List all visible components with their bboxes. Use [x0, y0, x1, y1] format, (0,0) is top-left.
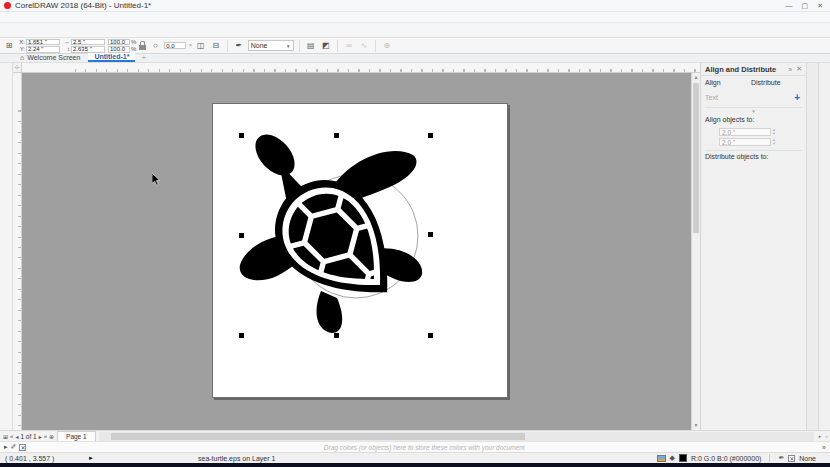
- cursor-coordinates: ( 0.401 , 3.557 ): [0, 455, 88, 462]
- selection-handle-middle-right[interactable]: [428, 232, 433, 237]
- selection-handle-bottom-center[interactable]: [334, 333, 339, 338]
- width-icon: ↔: [63, 39, 70, 45]
- degree-label: °: [189, 43, 191, 49]
- outline-width-icon: ✒: [233, 40, 245, 52]
- page-sorter-icon[interactable]: ⊞: [3, 433, 8, 440]
- object-y-field[interactable]: [26, 46, 60, 53]
- percent-label: %: [131, 46, 136, 52]
- selection-handle-bottom-left[interactable]: [239, 333, 244, 338]
- palette-more-icon[interactable]: »: [822, 444, 826, 451]
- tab-label: Welcome Screen: [27, 54, 80, 61]
- fill-bucket-icon[interactable]: ◆: [670, 454, 675, 462]
- scroll-down-icon[interactable]: ▼: [692, 421, 700, 430]
- percent-label: %: [131, 39, 136, 45]
- spinner-icons[interactable]: ▲▼: [772, 138, 776, 146]
- selection-handle-top-center[interactable]: [334, 133, 339, 138]
- align-distribute-docker: Align and Distribute » ✕ Align Distribut…: [700, 63, 806, 430]
- join-curves-button[interactable]: ∞: [343, 40, 355, 52]
- scale-y-field[interactable]: [108, 46, 130, 53]
- selection-handle-top-right[interactable]: [428, 133, 433, 138]
- horizontal-ruler[interactable]: ⊹: [13, 63, 700, 73]
- scroll-up-icon[interactable]: ▲: [692, 73, 700, 82]
- separator: [227, 40, 228, 52]
- customize-property-bar-button[interactable]: ⊕: [381, 40, 393, 52]
- close-button[interactable]: ✕: [817, 2, 823, 10]
- taskbar-edge: [0, 463, 830, 467]
- window-controls: — ▢ ✕: [786, 2, 827, 10]
- chevron-down-icon: ▼: [286, 43, 291, 49]
- minimize-button[interactable]: —: [786, 2, 793, 10]
- vertical-scrollbar[interactable]: ▲ ▼: [691, 73, 700, 430]
- tab-untitled-1[interactable]: Untitled-1*: [88, 53, 135, 62]
- add-page-icon[interactable]: ⊕: [49, 433, 54, 440]
- canvas-body: ▲ ▼: [13, 73, 700, 430]
- wrap-text-button[interactable]: ▤: [305, 40, 317, 52]
- cursor-tool-icon: ►: [88, 455, 198, 461]
- outline-pen-icon[interactable]: ✒: [778, 454, 784, 462]
- vertical-ruler[interactable]: [13, 73, 22, 430]
- convert-to-curves-button[interactable]: ◩: [320, 40, 332, 52]
- document-page[interactable]: [212, 103, 508, 398]
- object-height-field[interactable]: [71, 46, 105, 53]
- docker-close-icon[interactable]: ✕: [792, 65, 802, 73]
- drag-colors-hint: Drag colors (or objects) here to store t…: [29, 444, 819, 451]
- previous-page-icon[interactable]: ◂: [15, 433, 18, 440]
- selection-handle-top-left[interactable]: [239, 133, 244, 138]
- align-offset-y-field[interactable]: [719, 138, 771, 146]
- x-label: X:: [18, 39, 25, 45]
- no-color-swatch[interactable]: ✕: [19, 444, 26, 451]
- eyedropper-icon[interactable]: ✐: [11, 443, 17, 451]
- object-x-field[interactable]: [26, 39, 60, 46]
- object-width-field[interactable]: [71, 39, 105, 46]
- align-offset-x-field[interactable]: [719, 128, 771, 136]
- text-align-row: Text +: [705, 92, 802, 103]
- lock-ratio-icon[interactable]: [139, 45, 146, 50]
- outline-width-value: None: [251, 42, 268, 49]
- separator: [337, 40, 338, 52]
- mirror-horizontal-button[interactable]: ◫: [195, 40, 207, 52]
- fill-color-value: R:0 G:0 B:0 (#000000): [691, 455, 761, 462]
- next-page-icon[interactable]: ▸: [39, 433, 42, 440]
- first-page-icon[interactable]: «: [10, 433, 13, 439]
- ruler-origin-button[interactable]: ⊹: [13, 63, 22, 73]
- palette-flyout-icon[interactable]: ▸: [4, 443, 8, 451]
- align-section-label: Align: [705, 79, 751, 86]
- mirror-vertical-button[interactable]: ⊟: [210, 40, 222, 52]
- docker-collapse-divider[interactable]: ▾: [705, 107, 802, 114]
- fill-color-swatch[interactable]: [679, 454, 687, 462]
- mouse-cursor: [152, 173, 161, 186]
- new-tab-button[interactable]: +: [137, 53, 150, 62]
- spinner-icons[interactable]: ▲▼: [772, 128, 776, 136]
- outline-none-swatch[interactable]: ✕: [788, 455, 795, 462]
- separator: [299, 40, 300, 52]
- standard-toolbar: [0, 23, 830, 38]
- window-title: CorelDRAW 2018 (64-Bit) - Untitled-1*: [15, 1, 151, 10]
- maximize-button[interactable]: ▢: [802, 2, 809, 10]
- scale-x-field[interactable]: [108, 39, 130, 46]
- last-page-icon[interactable]: »: [44, 433, 47, 439]
- turtle-tail-flipper: [317, 291, 343, 333]
- selection-handle-bottom-right[interactable]: [428, 333, 433, 338]
- zoom-tool-icon[interactable]: ⌕: [823, 433, 830, 440]
- tab-welcome-screen[interactable]: ⌂ Welcome Screen: [14, 53, 86, 62]
- align-objects-to-label: Align objects to:: [705, 116, 802, 123]
- horizontal-scrollbar[interactable]: [99, 432, 814, 441]
- sea-turtle-artwork[interactable]: [229, 121, 441, 341]
- property-bar: ⊞ X: Y: ↔ ↕ % % ○ ° ◫ ⊟ ✒ None: [0, 38, 830, 54]
- docker-body: Align Distribute Text + ▾ Align objects …: [701, 76, 806, 166]
- selection-handle-middle-left[interactable]: [239, 233, 244, 238]
- rotation-angle-field[interactable]: [164, 42, 186, 49]
- document-tabs: ⌂ Welcome Screen Untitled-1* +: [0, 54, 830, 63]
- outline-width-select[interactable]: None ▼: [248, 40, 294, 51]
- drawing-canvas[interactable]: [22, 73, 691, 430]
- close-curve-button[interactable]: ∿: [358, 40, 370, 52]
- page-1-tab[interactable]: Page 1: [57, 431, 96, 441]
- horizontal-scroll-thumb[interactable]: [111, 433, 526, 440]
- status-right: ◆ R:0 G:0 B:0 (#000000) ✒ ✕ None: [657, 454, 830, 462]
- docker-float-icon[interactable]: »: [784, 66, 792, 73]
- vertical-scroll-thumb[interactable]: [693, 83, 699, 233]
- status-bar: ( 0.401 , 3.557 ) ► sea-turtle.eps on La…: [0, 452, 830, 463]
- docker-section-divider: [705, 150, 802, 151]
- page-navigation-bar: ⊞ « ◂ 1 of 1 ▸ » ⊕ Page 1 ▸ ⌕: [0, 430, 830, 441]
- add-alignment-plus-button[interactable]: +: [794, 92, 802, 103]
